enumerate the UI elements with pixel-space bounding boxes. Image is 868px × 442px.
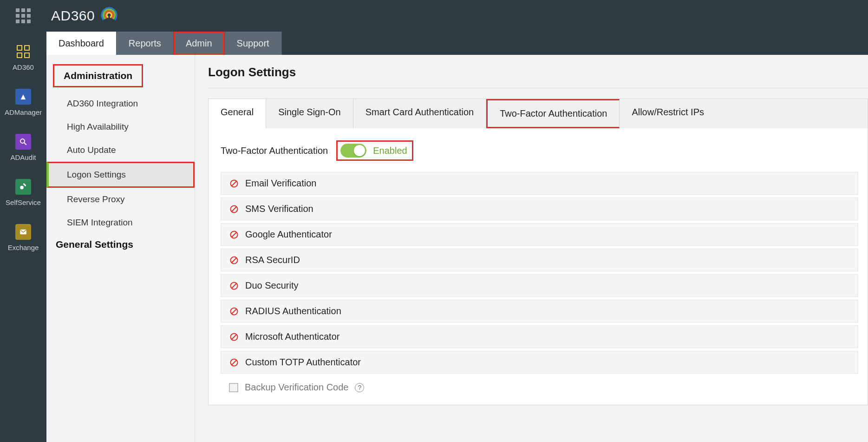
- method-google-authenticator[interactable]: Google Authenticator: [221, 223, 858, 246]
- main-nav: Dashboard Reports Admin Support: [46, 32, 868, 55]
- svg-line-10: [232, 232, 236, 237]
- svg-line-1: [24, 143, 26, 145]
- sidenav-item-ad360-integration[interactable]: AD360 Integration: [46, 92, 195, 115]
- tfa-toggle[interactable]: [340, 144, 366, 158]
- svg-line-14: [232, 284, 236, 288]
- svg-line-18: [232, 335, 236, 339]
- svg-line-6: [232, 181, 236, 186]
- disabled-icon: [229, 256, 239, 265]
- method-radius-authentication[interactable]: RADIUS Authentication: [221, 300, 858, 323]
- sidebar-item-selfservice[interactable]: SelfService: [6, 179, 41, 206]
- sidebar-item-label: ADManager: [5, 108, 42, 116]
- backup-verification-row: Backup Verification Code ?: [221, 374, 858, 393]
- tab-dashboard[interactable]: Dashboard: [46, 32, 117, 55]
- sidenav-item-siem-integration[interactable]: SIEM Integration: [46, 211, 195, 234]
- subtab-allow-restrict-ips[interactable]: Allow/Restrict IPs: [620, 99, 716, 128]
- svg-line-20: [232, 360, 236, 365]
- tab-support[interactable]: Support: [225, 32, 282, 55]
- subtab-general[interactable]: General: [209, 99, 266, 128]
- divider: [208, 88, 868, 88]
- sidebar-item-exchange[interactable]: Exchange: [8, 224, 39, 251]
- help-icon[interactable]: ?: [355, 383, 364, 392]
- backup-checkbox[interactable]: [229, 383, 238, 392]
- adaudit-icon: [15, 134, 31, 150]
- tfa-method-list: Email Verification SMS Verification: [221, 172, 858, 374]
- sidebar-item-label: Exchange: [8, 244, 39, 251]
- tab-admin[interactable]: Admin: [174, 32, 225, 55]
- sidebar-item-label: SelfService: [6, 198, 41, 206]
- tab-reports[interactable]: Reports: [117, 32, 174, 55]
- apps-grid-icon[interactable]: [16, 8, 31, 23]
- svg-point-2: [20, 186, 24, 190]
- method-email-verification[interactable]: Email Verification: [221, 172, 858, 195]
- tfa-label: Two-Factor Authentication: [221, 145, 328, 156]
- disabled-icon: [229, 332, 239, 342]
- foursquare-icon: [15, 44, 31, 59]
- secondary-sidebar: Administration AD360 Integration High Av…: [46, 55, 195, 442]
- disabled-icon: [229, 205, 239, 214]
- subtab-tfa[interactable]: Two-Factor Authentication: [486, 99, 620, 128]
- disabled-icon: [229, 281, 239, 290]
- svg-line-8: [232, 207, 236, 211]
- sidebar-item-admanager[interactable]: ▲ ADManager: [5, 89, 42, 116]
- page-title: Logon Settings: [208, 65, 868, 79]
- method-label: RSA SecurID: [245, 255, 300, 265]
- disabled-icon: [229, 230, 239, 239]
- sidebar-item-label: ADAudit: [10, 153, 36, 161]
- method-rsa-securid[interactable]: RSA SecurID: [221, 249, 858, 271]
- method-label: Duo Security: [245, 280, 299, 291]
- subtab-sso[interactable]: Single Sign-On: [266, 99, 353, 128]
- method-label: Email Verification: [245, 178, 316, 189]
- sidebar-item-ad360[interactable]: AD360: [13, 44, 34, 71]
- left-sidebar: AD360 ▲ ADManager ADAudit SelfService: [0, 0, 46, 442]
- sidebar-item-label: AD360: [13, 63, 34, 71]
- method-sms-verification[interactable]: SMS Verification: [221, 198, 858, 220]
- brand-name: AD360: [51, 8, 95, 24]
- sidenav-item-high-availability[interactable]: High Availability: [46, 115, 195, 139]
- disabled-icon: [229, 358, 239, 367]
- sidenav-heading-general-settings: General Settings: [46, 234, 143, 255]
- disabled-icon: [229, 179, 239, 188]
- admanager-icon: ▲: [15, 89, 31, 105]
- method-microsoft-authenticator[interactable]: Microsoft Authenticator: [221, 325, 858, 348]
- exchange-icon: [15, 224, 31, 240]
- method-custom-totp[interactable]: Custom TOTP Authenticator: [221, 351, 858, 374]
- method-label: Google Authenticator: [245, 229, 332, 240]
- svg-rect-3: [23, 183, 26, 186]
- subtabs: General Single Sign-On Smart Card Authen…: [208, 99, 868, 128]
- tfa-status-text: Enabled: [373, 145, 407, 156]
- brand: AD360: [51, 6, 119, 26]
- disabled-icon: [229, 307, 239, 316]
- method-label: RADIUS Authentication: [245, 306, 341, 317]
- sidenav-item-logon-settings[interactable]: Logon Settings: [46, 162, 195, 188]
- svg-line-16: [232, 309, 236, 314]
- method-label: SMS Verification: [245, 204, 313, 214]
- page-content: Logon Settings General Single Sign-On Sm…: [195, 55, 868, 442]
- sidenav-item-reverse-proxy[interactable]: Reverse Proxy: [46, 188, 195, 211]
- sidenav-heading-administration: Administration: [53, 64, 143, 87]
- backup-label: Backup Verification Code: [245, 382, 348, 393]
- svg-line-12: [232, 258, 236, 263]
- method-label: Custom TOTP Authenticator: [245, 357, 361, 368]
- selfservice-icon: [15, 179, 31, 195]
- method-duo-security[interactable]: Duo Security: [221, 274, 858, 297]
- tfa-panel: Two-Factor Authentication Enabled Email …: [208, 128, 868, 405]
- brand-logo-icon: [99, 6, 119, 26]
- method-label: Microsoft Authenticator: [245, 331, 339, 342]
- svg-point-0: [20, 139, 25, 143]
- subtab-smartcard[interactable]: Smart Card Authentication: [353, 99, 486, 128]
- topbar: AD360: [46, 0, 868, 32]
- sidebar-item-adaudit[interactable]: ADAudit: [10, 134, 36, 161]
- sidenav-item-auto-update[interactable]: Auto Update: [46, 139, 195, 162]
